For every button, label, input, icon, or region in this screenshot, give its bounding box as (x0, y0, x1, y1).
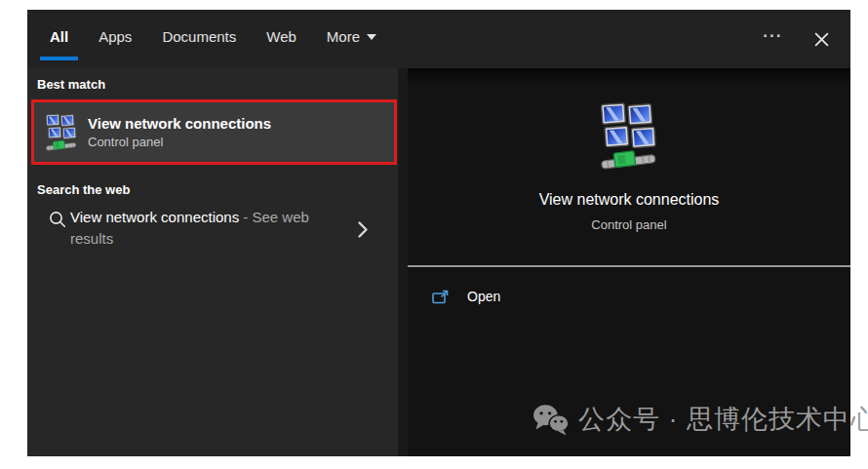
search-icon (49, 211, 66, 228)
preview-title: View network connections (408, 191, 850, 209)
close-button[interactable] (808, 25, 835, 53)
wechat-icon (533, 403, 570, 436)
more-options-button[interactable]: ⋯ (759, 25, 786, 53)
close-icon (813, 31, 830, 48)
search-results-panel: Best match (27, 68, 398, 456)
divider (408, 265, 850, 267)
network-connections-icon (45, 112, 78, 153)
preview-subtitle: Control panel (408, 217, 850, 232)
watermark: 公众号 · 思博伦技术中心 (533, 402, 868, 437)
web-search-result[interactable]: View network connections - See web resul… (27, 201, 398, 273)
tab-list: All Apps Documents Web More (50, 10, 376, 68)
open-label: Open (467, 289, 500, 304)
best-match-title: View network connections (88, 115, 271, 132)
chevron-down-icon (367, 34, 376, 40)
open-external-icon (432, 290, 449, 304)
tab-all-label: All (50, 28, 68, 45)
tab-web-label: Web (266, 28, 296, 45)
tab-documents-label: Documents (162, 28, 236, 45)
tab-more[interactable]: More (327, 28, 376, 45)
chevron-right-icon (357, 220, 369, 239)
tab-apps-label: Apps (99, 28, 132, 45)
network-connections-icon-large (601, 98, 657, 176)
best-match-section-label: Best match (37, 77, 105, 92)
web-search-query: View network connections (70, 209, 239, 225)
windows-search-window: All Apps Documents Web More (27, 10, 850, 456)
best-match-subtitle: Control panel (88, 135, 271, 149)
ellipsis-icon: ⋯ (763, 25, 783, 53)
tab-documents[interactable]: Documents (162, 28, 236, 45)
tab-more-label: More (327, 28, 360, 45)
web-search-text: View network connections - See web resul… (70, 207, 351, 250)
topbar-actions: ⋯ (759, 10, 841, 68)
best-match-result[interactable]: View network connections Control panel (31, 99, 397, 165)
screenshot-stage: All Apps Documents Web More (0, 0, 868, 469)
watermark-text: 公众号 · 思博伦技术中心 (578, 402, 868, 437)
search-filter-tabbar: All Apps Documents Web More (27, 10, 850, 68)
tab-all[interactable]: All (50, 28, 68, 45)
search-web-section-label: Search the web (37, 182, 130, 197)
best-match-text: View network connections Control panel (88, 115, 271, 149)
preview-panel: View network connections Control panel O… (408, 68, 850, 456)
open-action[interactable]: Open (432, 289, 500, 304)
active-tab-underline (40, 57, 78, 60)
tab-web[interactable]: Web (266, 28, 296, 45)
tab-apps[interactable]: Apps (99, 28, 132, 45)
panel-gap (398, 68, 408, 456)
